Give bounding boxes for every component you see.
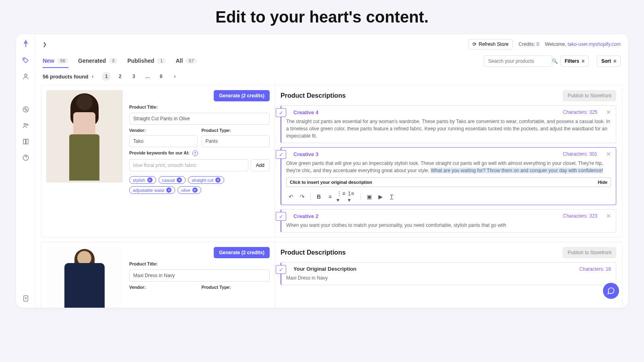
credits-display: Credits: 0 (518, 41, 539, 47)
product-title-input[interactable]: Straight Cut Pants in Olive (129, 113, 270, 125)
number-list-icon[interactable]: 1≡ ▾ (348, 192, 357, 202)
pager-page[interactable]: 1 (102, 72, 111, 81)
page-heading: Edit to your heart's content. (16, 8, 628, 26)
creative-name: Creative 2 (293, 213, 318, 219)
tab-published[interactable]: Published1 (127, 54, 166, 68)
tag-icon[interactable] (22, 57, 29, 64)
main-panel: ❯ ⟳ Refresh Store Credits: 0 Welcome, ta… (35, 34, 628, 308)
keyword-tag: adjustable waist✕ (129, 186, 175, 194)
refresh-icon: ⟳ (473, 41, 477, 47)
select-creative-icon[interactable]: ✓ (276, 265, 286, 274)
vendor-input[interactable]: Tako (129, 135, 198, 147)
search-input[interactable] (488, 58, 549, 64)
add-keyword-button[interactable]: Add (251, 159, 270, 171)
product-type-label: Product Type: (202, 128, 270, 133)
tab-new[interactable]: New56 (43, 54, 68, 68)
character-count: Characters: 325 (563, 109, 597, 115)
app-logo (22, 40, 30, 48)
product-type-input[interactable]: Pants (202, 135, 270, 147)
remove-tag-icon[interactable]: ✕ (147, 177, 153, 183)
pagination: ‹ 123…6 › (88, 72, 179, 81)
keywords-input[interactable]: blue floral print, smooth fabric (129, 159, 248, 171)
pager-page[interactable]: 3 (129, 72, 138, 81)
generate-button[interactable]: Generate (2 credits) (214, 90, 270, 101)
descriptions-heading: Product Descriptions (281, 249, 563, 256)
pager-page[interactable]: 2 (116, 72, 124, 81)
delete-creative-icon[interactable]: ✕ (606, 151, 611, 157)
creative-card[interactable]: ✓ Creative 2 Characters: 323 ✕When you w… (281, 209, 616, 232)
image-icon[interactable]: ▣ (364, 192, 374, 202)
meta-row: 56 products found ‹ 123…6 › (35, 68, 628, 85)
product-type-label: Product Type: (202, 285, 270, 290)
refresh-store-button[interactable]: ⟳ Refresh Store (468, 39, 513, 49)
creative-text[interactable]: Olive green pants that will give you an … (286, 160, 611, 174)
topbar: ❯ ⟳ Refresh Store Credits: 0 Welcome, ta… (35, 34, 628, 54)
tab-all[interactable]: All57 (175, 54, 197, 68)
select-creative-icon[interactable]: ✓ (276, 212, 286, 221)
creative-card[interactable]: ✓ Your Original Description Characters: … (281, 262, 616, 285)
product-card: Generate (2 credits) Product Title: Maxi… (41, 242, 622, 308)
generate-button[interactable]: Generate (2 credits) (214, 247, 270, 258)
creative-card[interactable]: ✓ Creative 4 Characters: 325 ✕The straig… (281, 105, 616, 143)
chat-icon (607, 287, 615, 295)
svg-point-4 (26, 124, 28, 125)
select-creative-icon[interactable]: ✓ (276, 108, 286, 117)
product-card: Generate (2 credits) Product Title: Stra… (41, 85, 622, 238)
credits-icon[interactable] (22, 106, 29, 113)
insert-original-bar[interactable]: Click to insert your original descriptio… (286, 177, 611, 187)
publish-button[interactable]: Publish to Storefront (563, 247, 616, 258)
help-icon[interactable]: ? (192, 150, 198, 156)
product-title-input[interactable]: Maxi Dress in Navy (129, 269, 270, 282)
search-box[interactable]: 🔍 (484, 56, 552, 67)
tabs-row: New56Generated3Published1All57 🔍 Filters… (35, 54, 628, 68)
select-creative-icon[interactable]: ✓ (276, 150, 286, 159)
pager-prev[interactable]: ‹ (88, 72, 97, 81)
bullet-list-icon[interactable]: ⋮≡ ▾ (336, 192, 346, 202)
filters-button[interactable]: Filters ≡ (560, 56, 589, 67)
pager-page: … (143, 72, 152, 81)
remove-tag-icon[interactable]: ✕ (166, 187, 171, 193)
credits-link[interactable]: 0 (537, 41, 539, 47)
clear-format-icon[interactable]: T (387, 192, 396, 202)
sort-button[interactable]: Sort ≡ (597, 56, 621, 67)
creative-name: Creative 4 (293, 109, 318, 115)
search-icon[interactable]: 🔍 (552, 58, 558, 64)
remove-tag-icon[interactable]: ✕ (215, 177, 221, 183)
remove-tag-icon[interactable]: ✕ (192, 187, 198, 193)
character-count: Characters: 301 (563, 151, 597, 157)
svg-point-3 (24, 123, 26, 125)
creative-text: When you want your clothes to match your… (286, 222, 611, 229)
creative-card[interactable]: ✓ Creative 3 Characters: 301 ✕Olive gree… (281, 147, 616, 205)
keywords-label: Provide keywords for our AI: ? (129, 150, 270, 156)
hide-button[interactable]: Hide (598, 180, 607, 185)
undo-icon[interactable]: ↶ (286, 192, 296, 202)
delete-creative-icon[interactable]: ✕ (606, 109, 611, 115)
chat-fab[interactable] (603, 283, 619, 299)
creative-name: Your Original Description (293, 266, 357, 272)
product-title-label: Product Title: (129, 261, 270, 266)
video-icon[interactable]: ▶ (376, 192, 385, 202)
expand-sidebar-icon[interactable]: ❯ (43, 41, 47, 47)
pager-page[interactable]: 6 (157, 72, 165, 81)
tab-generated[interactable]: Generated3 (78, 54, 118, 68)
align-icon[interactable]: ≡ (325, 192, 335, 202)
sort-icon: ≡ (613, 58, 616, 64)
products-list: Generate (2 credits) Product Title: Stra… (35, 85, 628, 308)
store-link[interactable]: tako-user.myshopify.com (568, 41, 621, 47)
remove-tag-icon[interactable]: ✕ (177, 177, 182, 183)
help-icon[interactable] (22, 154, 29, 161)
pager-next[interactable]: › (170, 72, 179, 81)
sidebar (16, 34, 35, 308)
bold-icon[interactable]: B (314, 192, 324, 202)
product-thumbnail (46, 247, 123, 308)
team-icon[interactable] (22, 122, 29, 129)
docs-icon[interactable] (22, 138, 29, 145)
app-window: ❯ ⟳ Refresh Store Credits: 0 Welcome, ta… (16, 34, 628, 308)
svg-point-0 (24, 59, 25, 60)
user-icon[interactable] (22, 73, 29, 80)
publish-button[interactable]: Publish to Storefront (563, 90, 616, 101)
delete-creative-icon[interactable]: ✕ (606, 213, 611, 219)
redo-icon[interactable]: ↷ (297, 192, 307, 202)
new-doc-icon[interactable] (22, 295, 29, 302)
results-count: 56 products found (43, 74, 88, 80)
